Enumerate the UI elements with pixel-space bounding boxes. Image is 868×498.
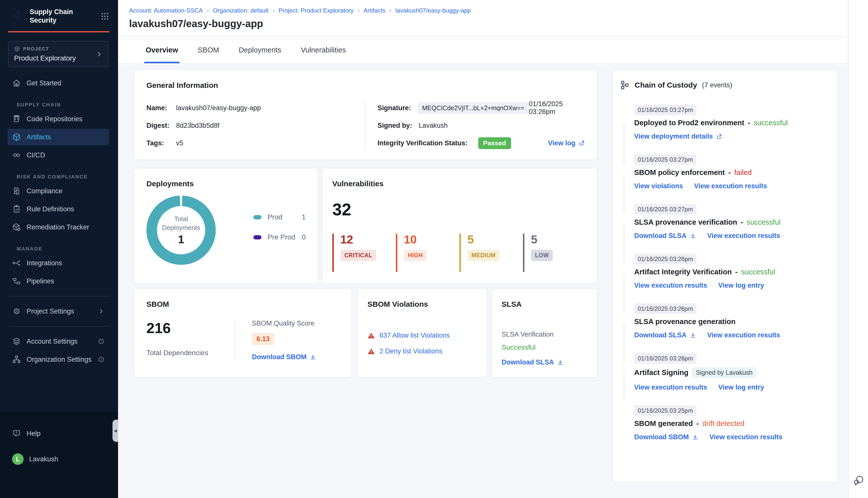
event-timestamp: 01/16/2025 03:25pm bbox=[634, 405, 697, 416]
tab-sbom[interactable]: SBOM bbox=[198, 37, 219, 63]
breadcrumb-organization[interactable]: Organization: default bbox=[213, 7, 268, 14]
custody-event-4: 01/16/2025 03:26pm Artifact Integrity Ve… bbox=[613, 254, 828, 289]
sidebar-item-label: Organization Settings bbox=[27, 356, 91, 364]
critical-badge: CRITICAL bbox=[340, 250, 376, 261]
chain-of-custody-panel: Chain of Custody (7 events) 01/16/2025 0… bbox=[613, 70, 838, 482]
user-menu[interactable]: L Lavakush bbox=[8, 451, 109, 467]
project-selector[interactable]: PROJECT Product Exploratory bbox=[8, 41, 108, 67]
view-log-entry-link[interactable]: View log entry bbox=[718, 281, 764, 289]
download-sbom-link[interactable]: Download SBOM bbox=[252, 353, 316, 361]
view-execution-results-link[interactable]: View execution results bbox=[634, 383, 707, 391]
link-label: Download SLSA bbox=[634, 232, 687, 240]
breadcrumb-separator: › bbox=[389, 7, 391, 14]
feedback-chat-icon[interactable] bbox=[852, 474, 865, 486]
view-log-link[interactable]: View log bbox=[548, 139, 585, 147]
critical-count: 12 bbox=[340, 234, 396, 245]
sidebar-item-label: Remediation Tracker bbox=[27, 223, 89, 231]
card-title: SBOM Violations bbox=[367, 300, 477, 309]
legend-item-preprod: Pre Prod 0 bbox=[254, 233, 306, 241]
prod-legend-dot bbox=[254, 215, 261, 219]
sidebar-item-integrations[interactable]: Integrations bbox=[8, 255, 109, 271]
sidebar-item-pipelines[interactable]: Pipelines bbox=[8, 273, 109, 289]
download-sbom-link[interactable]: Download SBOM bbox=[634, 433, 698, 441]
view-execution-results-link[interactable]: View execution results bbox=[634, 281, 707, 289]
sidebar-item-compliance[interactable]: Compliance bbox=[8, 183, 109, 199]
donut-center-label: Total bbox=[174, 215, 188, 223]
download-slsa-link[interactable]: Download SLSA bbox=[634, 232, 696, 240]
signed-by-label: Signed by: bbox=[377, 122, 412, 130]
sidebar-item-label: Help bbox=[27, 430, 41, 437]
tab-overview[interactable]: Overview bbox=[146, 37, 178, 63]
low-count: 5 bbox=[531, 234, 586, 245]
total-deployments-value: 1 bbox=[178, 233, 184, 246]
sidebar-item-cicd[interactable]: CI/CD bbox=[8, 147, 109, 163]
sidebar-item-organization-settings[interactable]: Organization Settings bbox=[8, 351, 109, 368]
event-title: SBOM generated bbox=[634, 419, 693, 428]
content-area: General Information Name:lavakush07/easy… bbox=[118, 64, 847, 498]
severity-critical: 12 CRITICAL bbox=[332, 234, 396, 272]
sidebar-item-label: Project Settings bbox=[27, 307, 74, 315]
tab-vulnerabilities[interactable]: Vulnerabilities bbox=[301, 37, 346, 63]
sidebar-collapse-handle[interactable]: ◀ bbox=[113, 420, 118, 442]
allow-list-violations-row: 637 Allow list Violations bbox=[367, 331, 477, 339]
app-logo-row: Supply Chain Security bbox=[0, 0, 118, 25]
sidebar-item-rule-definitions[interactable]: Rule Definitions bbox=[8, 201, 109, 218]
artifact-digest: 8d23bd3b5d8f bbox=[176, 122, 220, 130]
sidebar-item-artifacts[interactable]: Artifacts bbox=[8, 129, 109, 145]
event-title: SLSA provenance verification bbox=[634, 218, 737, 226]
info-icon bbox=[98, 338, 104, 345]
breadcrumb-account[interactable]: Account: Automation-SSCA bbox=[129, 7, 203, 14]
sidebar-item-get-started[interactable]: Get Started bbox=[8, 75, 109, 91]
view-execution-results-link[interactable]: View execution results bbox=[694, 182, 767, 190]
breadcrumb-project[interactable]: Project: Product Exploratory bbox=[278, 7, 354, 14]
view-log-entry-link[interactable]: View log entry bbox=[718, 383, 764, 391]
severity-breakdown: 12 CRITICAL 10 HIGH 5 MEDIUM 5 LOW bbox=[332, 234, 587, 272]
section-label-supply-chain: SUPPLY CHAIN bbox=[16, 102, 118, 108]
legend-item-prod: Prod 1 bbox=[254, 213, 306, 221]
section-label-risk: RISK AND COMPLIANCE bbox=[16, 174, 118, 180]
custody-event-6: 01/16/2025 03:26pm Artifact Signing Sign… bbox=[613, 353, 828, 391]
sidebar-footer: Help L Lavakush bbox=[0, 412, 118, 498]
integrity-status-label: Integrity Verification Status: bbox=[377, 139, 468, 147]
sidebar-item-project-settings[interactable]: ⚙ Project Settings bbox=[8, 303, 109, 319]
download-slsa-link[interactable]: Download SLSA bbox=[502, 358, 563, 366]
org-chart-icon bbox=[12, 355, 21, 364]
deny-list-violations-link[interactable]: 2 Deny list Violations bbox=[379, 348, 442, 355]
scan-icon bbox=[619, 314, 629, 323]
sidebar-item-label: Integrations bbox=[27, 259, 62, 267]
page-header: Account: Automation-SSCA › Organization:… bbox=[118, 0, 847, 37]
view-execution-results-link[interactable]: View execution results bbox=[710, 433, 782, 441]
sidebar-item-label: Compliance bbox=[27, 187, 63, 195]
tab-deployments[interactable]: Deployments bbox=[238, 37, 281, 63]
sidebar-item-label: Get Started bbox=[27, 79, 61, 87]
event-timestamp: 01/16/2025 03:27pm bbox=[634, 154, 697, 165]
module-grid-icon[interactable] bbox=[101, 12, 109, 21]
download-slsa-link[interactable]: Download SLSA bbox=[634, 331, 696, 339]
breadcrumb-artifacts[interactable]: Artifacts bbox=[364, 7, 386, 14]
custody-event-3: 01/16/2025 03:27pm SLSA provenance verif… bbox=[613, 204, 828, 240]
view-violations-link[interactable]: View violations bbox=[634, 182, 683, 190]
shield-logo-icon bbox=[8, 8, 25, 25]
sidebar-item-help[interactable]: Help bbox=[8, 425, 109, 442]
pipeline-icon bbox=[619, 165, 629, 174]
view-execution-results-link[interactable]: View execution results bbox=[707, 331, 780, 339]
legend-value: 1 bbox=[302, 213, 306, 221]
custody-event-7: 01/16/2025 03:25pm SBOM generated - drif… bbox=[613, 405, 828, 441]
event-title: Artifact Integrity Verification bbox=[634, 268, 731, 276]
sidebar-item-label: Account Settings bbox=[27, 338, 78, 345]
card-title: Deployments bbox=[146, 180, 306, 188]
breadcrumb-current[interactable]: lavakush07/easy-buggy-app bbox=[395, 7, 471, 14]
allow-list-violations-link[interactable]: 637 Allow list Violations bbox=[379, 331, 450, 339]
external-link-icon bbox=[716, 133, 722, 140]
breadcrumb-separator: › bbox=[207, 7, 209, 14]
sidebar-item-code-repositories[interactable]: Code Repositories bbox=[8, 111, 109, 127]
right-gutter bbox=[848, 0, 868, 498]
sidebar-item-account-settings[interactable]: Account Settings bbox=[8, 333, 109, 350]
view-execution-results-link[interactable]: View execution results bbox=[707, 232, 780, 240]
medium-badge: MEDIUM bbox=[467, 250, 500, 261]
deny-list-violations-row: 2 Deny list Violations bbox=[367, 348, 477, 355]
sidebar-item-remediation-tracker[interactable]: Remediation Tracker bbox=[8, 219, 109, 235]
view-deployment-details-link[interactable]: View deployment details bbox=[634, 132, 722, 140]
signature-value[interactable]: MEQCICde2VjIT...bL+2+mqnOXw== bbox=[418, 102, 529, 114]
event-status: successful bbox=[747, 218, 781, 226]
